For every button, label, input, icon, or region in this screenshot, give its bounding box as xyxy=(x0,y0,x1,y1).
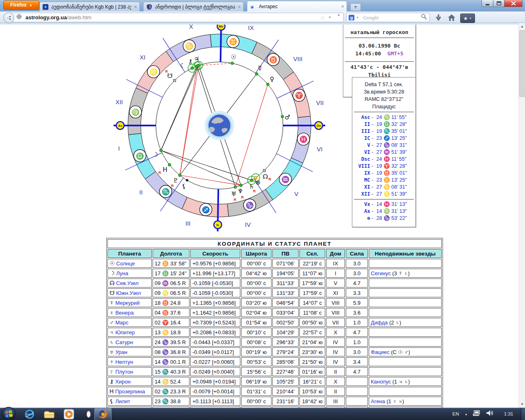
house-cell: V xyxy=(326,278,345,288)
planet-name[interactable]: Лилит xyxy=(115,398,130,404)
svg-text:♎: ♎ xyxy=(136,152,144,160)
new-tab-button[interactable]: + xyxy=(350,3,361,11)
horoscope-date: 03.06.1990 Вс xyxy=(343,42,415,50)
planet-name[interactable]: Марс xyxy=(115,320,128,326)
page-scrollbar[interactable]: ▲ ▼ xyxy=(518,23,525,408)
tab-close-icon[interactable]: × xyxy=(341,3,344,9)
start-button[interactable] xyxy=(2,407,16,420)
planet-cell: ⚸ Лилит xyxy=(107,397,152,406)
planet-name[interactable]: Сатурн xyxy=(115,339,133,345)
delta-t: Delta T 57,1 сек. xyxy=(352,81,415,88)
planet-glyph-moon: ☽ xyxy=(153,151,158,158)
maximize-button[interactable] xyxy=(493,0,504,7)
search-engine-dropdown-icon[interactable]: ▼ xyxy=(356,16,359,19)
volume-icon[interactable] xyxy=(486,409,494,418)
planet-name[interactable]: Луна xyxy=(116,270,128,276)
google-icon[interactable]: g xyxy=(349,15,354,21)
speed-cell: +0.0949 [+0.0194] xyxy=(190,377,240,386)
url-dropdown-icon[interactable]: ▼ xyxy=(328,16,331,19)
power-cell: 4.7 xyxy=(346,367,368,376)
speed-cell: -0.1059 [-0.0530] xyxy=(190,288,240,297)
planet-glyph-jupiter: ♃ xyxy=(194,55,199,63)
svg-text:IV: IV xyxy=(245,221,251,228)
planet-name[interactable]: Южн.Узел xyxy=(116,290,141,296)
planet-glyph-fortune: ⊗ xyxy=(256,179,261,186)
table-row: ☿ Меркурий18 ♉ 24.8+1.1365 [+0.9856]03°2… xyxy=(107,298,442,307)
planet-name[interactable]: Прозерпина xyxy=(115,388,145,395)
table-header: Скл. xyxy=(299,249,325,258)
planet-name[interactable]: Солнце xyxy=(116,260,135,267)
svg-text:♐: ♐ xyxy=(202,206,210,214)
language-indicator[interactable]: EN xyxy=(452,411,459,416)
tab-title: Антарес xyxy=(259,4,338,9)
taskbar-clock[interactable]: 1:31 xyxy=(496,411,521,416)
search-bar[interactable]: g ▼ Google xyxy=(346,13,430,22)
tray-expand-icon[interactable]: ▲ xyxy=(465,413,468,415)
home-icon[interactable] xyxy=(447,13,456,24)
speed-cell: +0.1113 [+0.1113] xyxy=(190,397,240,406)
tab-title: აუდიოჩანაწერები Kgb Kgb | 238 აუ... xyxy=(51,4,131,10)
table-row: ♃ Юпитер13 ♋ 18.9+0.2086 [+0.0833]00°10'… xyxy=(107,328,442,337)
houses-info-box: Delta T 57,1 сек. Зв.время 5:30:28 RAMC … xyxy=(352,77,416,227)
bookmarks-panel-button[interactable]: ★ ▼ xyxy=(460,14,475,23)
taskbar-ie-icon[interactable] xyxy=(23,409,36,419)
longitude-cell: 12 ♊ 33' 58" xyxy=(153,259,189,268)
svg-text:X: X xyxy=(189,25,193,30)
svg-text:♍: ♍ xyxy=(131,108,139,116)
latitude-cell: 01°54' ю xyxy=(241,318,272,327)
search-placeholder: Google xyxy=(363,14,421,21)
minimize-button[interactable] xyxy=(482,0,493,7)
taskbar-firefox-icon[interactable] xyxy=(94,408,112,420)
reload-icon[interactable] xyxy=(334,14,340,21)
table-header: Скорость xyxy=(190,249,240,258)
scroll-up-icon[interactable]: ▲ xyxy=(520,25,525,28)
latitude-cell: 04°42' ю xyxy=(241,269,272,278)
pv-cell: 071°06' xyxy=(272,259,299,268)
bookmark-star-icon[interactable]: ☆ xyxy=(320,14,326,21)
house-cusp-row: Vx - 14 ♓ 31' 13" xyxy=(352,201,415,208)
planet-name[interactable]: Венера xyxy=(115,310,134,316)
stars-cell: Канопус (1 ♃ ♄) xyxy=(369,377,442,386)
tab-close-icon[interactable]: × xyxy=(237,4,241,10)
planet-glyph-lilith: ⚸ xyxy=(182,183,186,190)
firefox-menu-button[interactable]: Firefox▼ xyxy=(3,0,39,10)
back-button[interactable] xyxy=(3,12,14,23)
planet-glyph-pluto: ♇ xyxy=(173,177,178,184)
scroll-thumb[interactable] xyxy=(519,30,525,97)
speed-cell: +0.2086 [+0.0833] xyxy=(190,328,240,337)
longitude-cell: 02 ♈ 16.4 xyxy=(153,318,189,327)
svg-text:R: R xyxy=(171,184,174,188)
taskbar-explorer-icon[interactable] xyxy=(43,409,56,419)
planet-name[interactable]: Плутон xyxy=(115,369,133,375)
pv-cell: 002°50' xyxy=(272,318,299,327)
network-icon[interactable] xyxy=(472,409,481,418)
browser-tab[interactable]: ანდროიდი | ბლოგი ტექნოლოგია× xyxy=(143,2,244,11)
tab-close-icon[interactable]: × xyxy=(134,4,137,10)
table-header: Долгота xyxy=(153,249,189,258)
svg-text:VI: VI xyxy=(317,146,322,153)
planet-name[interactable]: Уран xyxy=(115,349,127,355)
longitude-cell: 14 ♑ 00.1 R xyxy=(153,357,189,366)
svg-text:R: R xyxy=(253,189,256,193)
search-icon[interactable] xyxy=(421,14,427,21)
planet-name[interactable]: Меркурий xyxy=(115,300,139,306)
declination-cell: 22°57' с xyxy=(299,328,325,337)
planet-name[interactable]: Сев.Узел xyxy=(116,280,139,286)
planet-name[interactable]: Нептун xyxy=(115,359,133,365)
house-cell: IX xyxy=(326,259,345,268)
planet-name[interactable]: Юпитер xyxy=(115,329,135,336)
taskbar-opera-icon[interactable] xyxy=(82,409,95,419)
close-button[interactable] xyxy=(504,0,523,7)
url-bar[interactable]: astrology.org.ua/aweb.htm ☆ ▼ xyxy=(10,13,344,22)
show-desktop-button[interactable] xyxy=(521,408,525,420)
taskbar-wmp-icon[interactable] xyxy=(62,409,75,419)
planet-name[interactable]: Хирон xyxy=(115,379,131,385)
ramc: RAMC 82°37'12" xyxy=(352,96,415,103)
stars-cell xyxy=(369,387,442,396)
browser-tab[interactable]: აუდიოჩანაწერები Kgb Kgb | 238 აუ...× xyxy=(39,2,140,11)
download-icon[interactable] xyxy=(434,13,443,24)
browser-tab[interactable]: ★Антарес× xyxy=(247,1,347,11)
scroll-down-icon[interactable]: ▼ xyxy=(520,402,525,406)
stars-cell: Агена (1 ♀ ♃) xyxy=(369,397,442,406)
planet-cell: ☊ Сев.Узел xyxy=(107,278,152,288)
